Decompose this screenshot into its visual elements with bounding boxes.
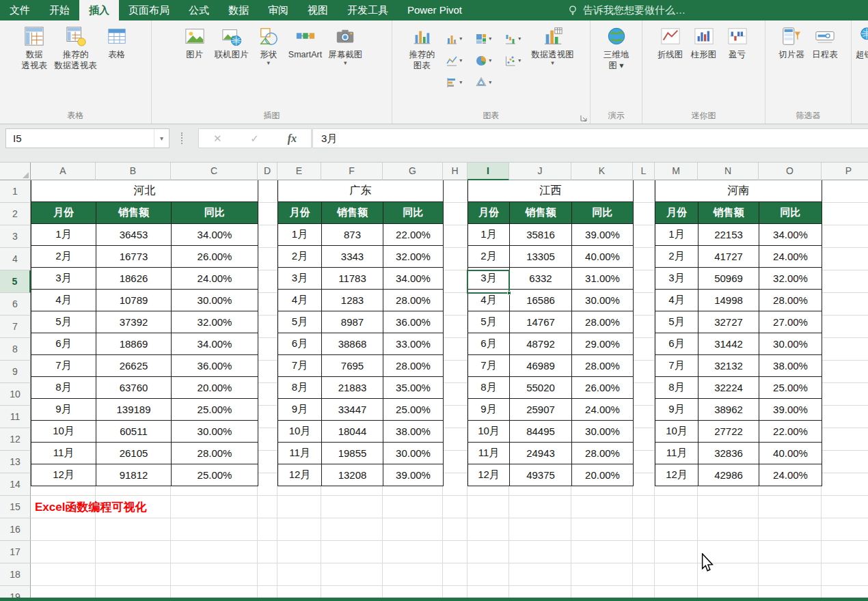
header-cell[interactable]: 销售额: [322, 202, 383, 224]
data-cell[interactable]: 9月: [655, 399, 699, 421]
data-cell[interactable]: 2月: [468, 246, 510, 268]
data-cell[interactable]: 6月: [278, 333, 322, 355]
data-cell[interactable]: 24.00%: [172, 268, 258, 290]
data-cell[interactable]: 18044: [322, 421, 383, 443]
data-cell[interactable]: 32.00%: [172, 311, 258, 333]
data-cell[interactable]: 6月: [655, 333, 699, 355]
data-cell[interactable]: 3月: [655, 268, 699, 290]
header-cell[interactable]: 月份: [468, 202, 510, 224]
row-header-1[interactable]: 1: [0, 180, 31, 203]
data-cell[interactable]: 29.00%: [572, 333, 634, 355]
tab-view[interactable]: 视图: [298, 0, 338, 20]
data-cell[interactable]: 30.00%: [572, 290, 634, 311]
data-cell[interactable]: 19855: [322, 443, 383, 464]
row-header-12[interactable]: 12: [0, 428, 31, 451]
data-cell[interactable]: 10月: [655, 421, 699, 443]
table-button[interactable]: 表格: [101, 24, 133, 60]
data-cell[interactable]: 139189: [96, 399, 172, 421]
data-cell[interactable]: 31442: [699, 333, 759, 355]
data-cell[interactable]: 36453: [96, 224, 172, 246]
fill-handle[interactable]: [507, 291, 511, 295]
data-cell[interactable]: 30.00%: [172, 421, 258, 443]
column-header-C[interactable]: C: [171, 163, 258, 180]
data-cell[interactable]: 38.00%: [759, 355, 822, 377]
data-cell[interactable]: 8月: [655, 377, 699, 399]
data-cell[interactable]: 40.00%: [572, 246, 634, 268]
data-cell[interactable]: 60511: [96, 421, 172, 443]
header-cell[interactable]: 销售额: [510, 202, 572, 224]
data-cell[interactable]: 28.00%: [572, 311, 634, 333]
data-cell[interactable]: 24.00%: [759, 464, 822, 486]
tab-page-layout[interactable]: 页面布局: [119, 0, 179, 20]
column-header-H[interactable]: H: [443, 163, 467, 180]
data-cell[interactable]: 34.00%: [383, 268, 444, 290]
dialog-launcher-icon[interactable]: [580, 113, 588, 121]
hyperlink-button[interactable]: 超链接: [853, 24, 868, 60]
data-cell[interactable]: 9月: [468, 399, 510, 421]
data-cell[interactable]: 37392: [96, 311, 172, 333]
data-cell[interactable]: 30.00%: [759, 333, 822, 355]
data-cell[interactable]: 1283: [322, 290, 383, 311]
data-cell[interactable]: 28.00%: [383, 290, 444, 311]
data-cell[interactable]: 63760: [96, 377, 172, 399]
data-cell[interactable]: 6332: [510, 268, 572, 290]
data-cell[interactable]: 28.00%: [572, 355, 634, 377]
row-header-13[interactable]: 13: [0, 451, 31, 473]
row-header-10[interactable]: 10: [0, 383, 31, 406]
data-cell[interactable]: 20.00%: [572, 464, 634, 486]
column-header-K[interactable]: K: [571, 163, 633, 180]
column-header-B[interactable]: B: [96, 163, 171, 180]
data-cell[interactable]: 6月: [468, 333, 510, 355]
data-cell[interactable]: 7月: [655, 355, 699, 377]
data-cell[interactable]: 7月: [31, 355, 96, 377]
data-cell[interactable]: 33.00%: [383, 333, 444, 355]
data-cell[interactable]: 3343: [322, 246, 383, 268]
column-header-G[interactable]: G: [383, 163, 443, 180]
recommended-charts-button[interactable]: 推荐的图表: [406, 24, 437, 71]
header-cell[interactable]: 销售额: [699, 202, 759, 224]
tab-insert[interactable]: 插入: [79, 0, 119, 20]
tell-me-box[interactable]: 告诉我您想要做什么…: [567, 0, 686, 20]
data-cell[interactable]: 39.00%: [383, 464, 444, 486]
column-sparkline-button[interactable]: 柱形图: [688, 24, 720, 60]
row-header-18[interactable]: 18: [0, 563, 31, 586]
region-title[interactable]: 河南: [655, 180, 822, 202]
data-cell[interactable]: 22.00%: [759, 421, 822, 443]
region-title[interactable]: 广东: [278, 180, 444, 202]
data-cell[interactable]: 1月: [655, 224, 699, 246]
column-header-J[interactable]: J: [509, 163, 571, 180]
data-cell[interactable]: 12月: [468, 464, 510, 486]
data-cell[interactable]: 18626: [96, 268, 172, 290]
column-header-N[interactable]: N: [698, 163, 759, 180]
data-cell[interactable]: 16773: [96, 246, 172, 268]
timeline-button[interactable]: 日程表: [809, 24, 841, 60]
data-cell[interactable]: 30.00%: [572, 421, 634, 443]
cancel-button[interactable]: ✕: [213, 132, 222, 145]
3d-map-button[interactable]: 三维地图 ▾: [601, 24, 632, 71]
data-cell[interactable]: 84495: [510, 421, 572, 443]
row-header-8[interactable]: 8: [0, 338, 31, 361]
data-cell[interactable]: 33447: [322, 399, 383, 421]
data-cell[interactable]: 26105: [96, 443, 172, 464]
data-cell[interactable]: 9月: [31, 399, 96, 421]
row-header-14[interactable]: 14: [0, 473, 31, 496]
data-cell[interactable]: 34.00%: [759, 224, 822, 246]
data-cell[interactable]: 55020: [510, 377, 572, 399]
cells-area[interactable]: 河北月份销售额同比1月3645334.00%2月1677326.00%3月186…: [31, 180, 868, 598]
data-cell[interactable]: 41727: [699, 246, 759, 268]
formula-input[interactable]: 3月: [312, 128, 868, 148]
data-cell[interactable]: 38868: [322, 333, 383, 355]
data-cell[interactable]: 11月: [31, 443, 96, 464]
data-cell[interactable]: 10月: [468, 421, 510, 443]
data-cell[interactable]: 1月: [468, 224, 510, 246]
header-cell[interactable]: 月份: [31, 202, 96, 224]
pivottable-button[interactable]: 数据透视表: [18, 24, 50, 71]
data-cell[interactable]: 36.00%: [383, 311, 444, 333]
data-cell[interactable]: 25.00%: [172, 464, 258, 486]
data-cell[interactable]: 7695: [322, 355, 383, 377]
data-cell[interactable]: 12月: [655, 464, 699, 486]
data-cell[interactable]: 10789: [96, 290, 172, 311]
tab-data[interactable]: 数据: [219, 0, 258, 20]
data-cell[interactable]: 5月: [655, 311, 699, 333]
data-cell[interactable]: 5月: [468, 311, 510, 333]
